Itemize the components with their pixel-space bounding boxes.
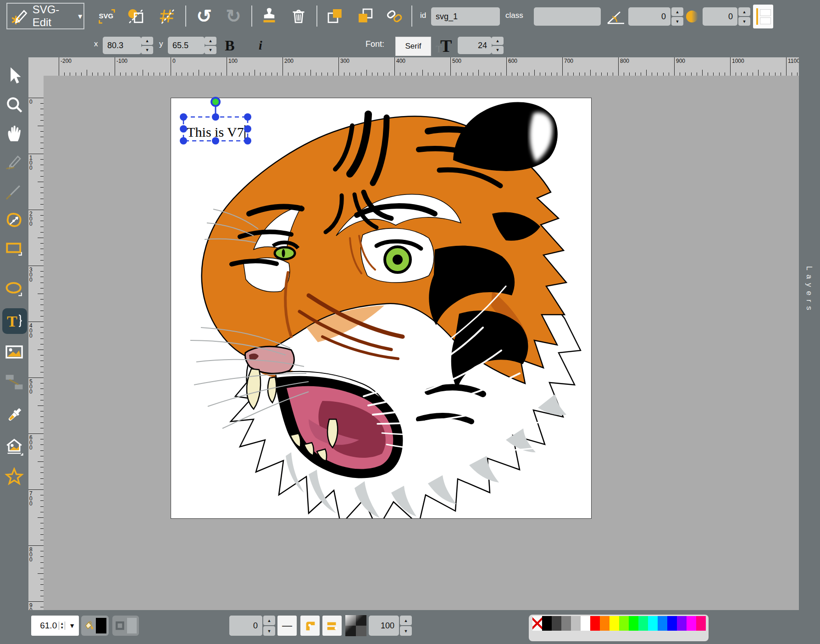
angle-spin-down[interactable]: ▼ — [671, 17, 683, 26]
palette-swatch[interactable] — [677, 616, 687, 631]
layers-panel-tab[interactable]: Layers — [799, 57, 820, 610]
font-size-input[interactable]: 24 — [458, 37, 492, 54]
ruler-tick — [40, 344, 44, 344]
opacity-spin-up[interactable]: ▲ — [400, 616, 412, 625]
linecap-button[interactable] — [322, 616, 342, 636]
tool-image-button[interactable] — [3, 341, 26, 364]
y-spin-down[interactable]: ▼ — [205, 46, 216, 54]
ruler-tick — [529, 72, 529, 76]
ruler-tick — [255, 70, 255, 76]
palette-swatch[interactable] — [581, 616, 590, 631]
palette-swatch-none[interactable] — [532, 616, 542, 631]
delete-button[interactable] — [287, 5, 310, 28]
angle-spin-up[interactable]: ▲ — [671, 7, 683, 16]
tool-star-button[interactable] — [3, 466, 26, 489]
ruler-tick — [38, 461, 44, 462]
clone-button[interactable] — [258, 5, 281, 28]
palette-swatch[interactable] — [561, 616, 571, 631]
tool-ellipse-button[interactable] — [3, 278, 26, 300]
svg-canvas[interactable]: This is V7 — [171, 98, 592, 519]
palette-swatch[interactable] — [667, 616, 677, 631]
palette-swatch[interactable] — [696, 616, 706, 631]
zoom-dropdown-icon[interactable]: ▼ — [65, 622, 79, 629]
logo-menu-button[interactable]: SVG-Edit ▼ — [6, 3, 84, 29]
tool-shapelib-button[interactable] — [3, 436, 26, 459]
palette-swatch[interactable] — [619, 616, 629, 631]
align-panel-button[interactable] — [753, 5, 773, 28]
stroke-color-swatch[interactable] — [127, 618, 137, 633]
palette-swatch[interactable] — [571, 616, 581, 631]
italic-button[interactable]: i — [251, 35, 270, 56]
tool-text-button[interactable]: T — [2, 308, 27, 334]
opacity-gradient-icon[interactable] — [345, 615, 366, 636]
palette-swatch[interactable] — [590, 616, 600, 631]
canvas-viewport[interactable]: This is V7 — [44, 76, 799, 610]
class-input[interactable] — [534, 7, 601, 26]
blur-input[interactable]: 0 — [703, 7, 737, 26]
tool-rect-button[interactable] — [3, 238, 26, 261]
ruler-tick — [40, 506, 44, 507]
palette-swatch[interactable] — [638, 616, 648, 631]
x-input[interactable]: 80.3 — [103, 37, 141, 54]
preferences-button[interactable] — [156, 5, 179, 28]
blur-icon — [684, 8, 701, 25]
tool-zoom-button[interactable] — [3, 93, 26, 116]
palette-swatch[interactable] — [658, 616, 667, 631]
stroke-width-spin-up[interactable]: ▲ — [263, 616, 275, 625]
id-input[interactable]: svg_1 — [431, 7, 500, 26]
ruler-tick — [372, 72, 372, 76]
source-button[interactable]: SVG — [95, 5, 118, 28]
palette-swatch[interactable] — [609, 616, 619, 631]
link-button[interactable] — [383, 5, 406, 28]
palette-swatch[interactable] — [687, 616, 696, 631]
palette-swatch[interactable] — [552, 616, 561, 631]
tool-eyedropper-button[interactable] — [3, 404, 26, 427]
y-spin-up[interactable]: ▲ — [205, 37, 216, 45]
opacity-input[interactable]: 100 — [369, 616, 399, 636]
docprops-button[interactable] — [125, 5, 148, 28]
resize-handles[interactable] — [180, 113, 251, 144]
x-spin-up[interactable]: ▲ — [141, 37, 153, 45]
font-size-spin-down[interactable]: ▼ — [492, 46, 504, 54]
zoom-spinner[interactable]: ▲▼ — [59, 622, 65, 630]
zoom-control[interactable]: 61.0 ▲▼ ▼ — [31, 616, 79, 636]
tool-pan-button[interactable] — [3, 122, 26, 145]
blur-spin-down[interactable]: ▼ — [738, 17, 750, 26]
palette-swatch[interactable] — [648, 616, 658, 631]
ruler-tick — [394, 57, 395, 76]
x-spin-down[interactable]: ▼ — [141, 46, 153, 54]
ruler-tick — [40, 171, 44, 171]
fill-color-swatch[interactable] — [96, 618, 106, 633]
ruler-tick — [40, 540, 44, 540]
y-input[interactable]: 65.5 — [168, 37, 205, 54]
ruler-tick — [40, 187, 44, 188]
ruler-tick — [40, 199, 44, 199]
linejoin-button[interactable] — [300, 616, 320, 636]
blur-spin-up[interactable]: ▲ — [738, 7, 750, 16]
ruler-tick — [238, 72, 238, 76]
opacity-spin-down[interactable]: ▼ — [400, 626, 412, 636]
font-family-button[interactable]: Serif — [395, 37, 431, 56]
tool-select-button[interactable] — [3, 64, 26, 87]
palette-swatch[interactable] — [629, 616, 638, 631]
redo-button[interactable]: ↻ — [222, 5, 245, 28]
palette-swatch[interactable] — [542, 616, 552, 631]
ruler-tick — [40, 271, 44, 272]
ruler-tick — [28, 433, 44, 434]
stroke-width-spin-down[interactable]: ▼ — [263, 626, 275, 636]
angle-input[interactable]: 0 — [628, 7, 670, 26]
bold-button[interactable]: B — [219, 35, 240, 56]
ruler-tick — [484, 72, 484, 76]
palette-swatch[interactable] — [600, 616, 609, 631]
tool-path-button[interactable] — [3, 209, 26, 232]
ruler-tick — [596, 72, 596, 76]
stroke-width-input[interactable]: 0 — [229, 616, 262, 636]
rotate-grip[interactable] — [211, 98, 220, 106]
font-size-spin-up[interactable]: ▲ — [492, 37, 504, 45]
ruler-tick — [40, 484, 44, 484]
stroke-dash-button[interactable]: — — [277, 616, 297, 636]
move-front-button[interactable] — [324, 5, 347, 28]
ruler-tick — [557, 72, 557, 76]
undo-button[interactable]: ↺ — [193, 5, 216, 28]
move-back-button[interactable] — [354, 5, 377, 28]
